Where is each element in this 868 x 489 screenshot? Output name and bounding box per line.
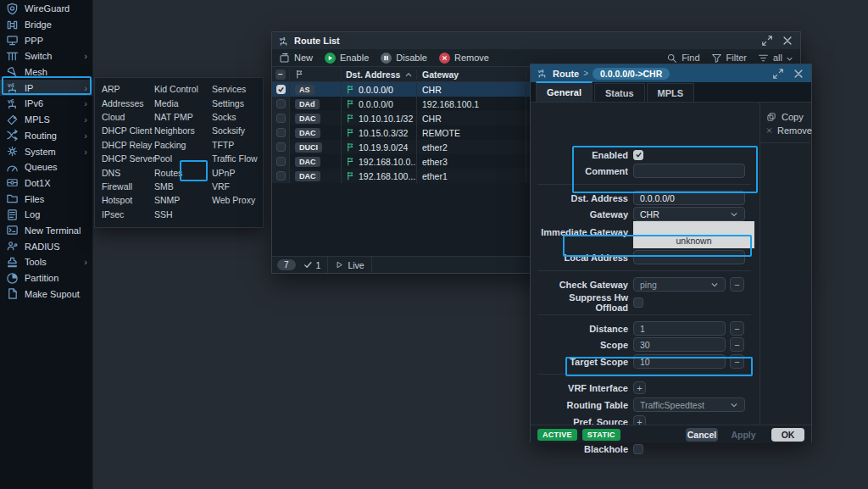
sidebar-item-wireguard[interactable]: WireGuard <box>0 1 92 17</box>
submenu-item-dns[interactable]: DNS <box>102 165 154 179</box>
sidebar-item-tools[interactable]: Tools› <box>0 254 92 270</box>
sidebar-item-radius[interactable]: RADIUS <box>0 238 92 254</box>
comment-input[interactable] <box>633 164 745 178</box>
chevron-right-icon: › <box>81 131 87 141</box>
submenu-item-dhcp-server[interactable]: DHCP Server <box>102 152 154 165</box>
remove-button[interactable]: Remove <box>760 124 812 137</box>
submenu-item-routes[interactable]: Routes <box>154 165 212 179</box>
select-all-header[interactable]: − <box>272 69 290 80</box>
remove-button[interactable]: Remove <box>439 53 489 64</box>
submenu-item-vrf[interactable]: VRF <box>212 180 263 193</box>
sidebar-item-log[interactable]: Log <box>0 207 92 223</box>
submenu-item-socks[interactable]: Socks <box>212 110 263 124</box>
tab-status[interactable]: Status <box>594 83 645 102</box>
distance-unset-button[interactable]: − <box>730 321 744 336</box>
target-scope-input[interactable]: 10 <box>633 354 726 369</box>
gateway-column-header[interactable]: Gateway <box>417 69 526 80</box>
sidebar-item-bridge[interactable]: Bridge <box>0 17 92 33</box>
sidebar-item-dot1x[interactable]: Dot1X <box>0 175 92 192</box>
copy-button[interactable]: Copy <box>760 110 812 124</box>
sidebar-item-make-supout-rif[interactable]: Make Supout.rif <box>0 286 92 302</box>
expand-icon[interactable] <box>771 68 785 80</box>
find-button[interactable]: Find <box>666 53 699 64</box>
filter-button[interactable]: Filter <box>711 53 747 64</box>
submenu-item-media[interactable]: Media <box>154 96 212 109</box>
dst-address-column-header[interactable]: Dst. Address <box>342 69 417 80</box>
row-checkbox[interactable] <box>276 142 286 152</box>
submenu-item-services[interactable]: Services <box>212 82 263 96</box>
submenu-item-traffic-flow[interactable]: Traffic Flow <box>212 152 263 165</box>
check-gateway-unset-button[interactable]: − <box>730 277 744 292</box>
sidebar-item-mesh[interactable]: Mesh <box>0 64 92 81</box>
vrf-interface-add-button[interactable]: + <box>633 381 646 394</box>
submenu-item-dhcp-client[interactable]: DHCP Client <box>102 124 154 137</box>
gateway-select[interactable]: CHR <box>633 207 745 221</box>
blackhole-checkbox[interactable] <box>633 444 643 454</box>
local-address-input[interactable] <box>633 250 745 264</box>
submenu-item-cloud[interactable]: Cloud <box>102 110 154 124</box>
row-checkbox[interactable] <box>276 157 286 166</box>
dst-address-input[interactable]: 0.0.0.0/0 <box>633 191 745 205</box>
suppress-hw-offload-checkbox[interactable] <box>633 297 643 308</box>
sidebar-item-ppp[interactable]: PPP <box>0 32 92 48</box>
filter-all-dropdown[interactable]: all <box>758 53 793 64</box>
routing-table-select[interactable]: TrafficSpeedtest <box>633 397 745 412</box>
expand-icon[interactable] <box>760 35 774 47</box>
submenu-item-arp[interactable]: ARP <box>102 82 154 96</box>
submenu-item-neighbors[interactable]: Neighbors <box>154 124 212 137</box>
scope-unset-button[interactable]: − <box>730 337 744 352</box>
distance-input[interactable]: 1 <box>633 321 726 336</box>
submenu-item-addresses[interactable]: Addresses <box>102 96 154 109</box>
tab-mpls[interactable]: MPLS <box>647 83 695 102</box>
ok-button[interactable]: OK <box>771 428 804 442</box>
row-checkbox[interactable] <box>276 171 286 181</box>
submenu-item-smb[interactable]: SMB <box>154 180 212 193</box>
submenu-item-settings[interactable]: Settings <box>212 96 263 109</box>
disable-button[interactable]: Disable <box>381 53 427 64</box>
live-toggle[interactable]: Live <box>335 260 364 270</box>
sidebar-item-ip[interactable]: v4IP› <box>0 80 92 96</box>
submenu-item-web-proxy[interactable]: Web Proxy <box>212 193 263 207</box>
sidebar-item-system[interactable]: System› <box>0 143 92 159</box>
enabled-label: Enabled <box>537 150 628 160</box>
submenu-item-pool[interactable]: Pool <box>154 152 212 165</box>
submenu-item-ssh[interactable]: SSH <box>154 208 212 221</box>
scope-input[interactable]: 30 <box>633 337 726 352</box>
new-button[interactable]: New <box>279 53 313 64</box>
submenu-item-ipsec[interactable]: IPsec <box>102 208 154 221</box>
submenu-item-packing[interactable]: Packing <box>154 138 212 152</box>
row-checkbox[interactable] <box>276 85 286 94</box>
row-checkbox[interactable] <box>276 99 286 108</box>
sidebar-item-switch[interactable]: Switch› <box>0 48 92 64</box>
close-icon[interactable] <box>781 35 794 47</box>
flags-column-header[interactable] <box>290 69 342 79</box>
row-checkbox[interactable] <box>276 128 286 137</box>
row-checkbox[interactable] <box>276 114 286 123</box>
sidebar-item-files[interactable]: Files <box>0 191 92 207</box>
close-icon[interactable] <box>792 68 805 80</box>
submenu-item-upnp[interactable]: UPnP <box>212 165 263 179</box>
enabled-checkbox[interactable] <box>633 150 643 160</box>
submenu-item-nat-pmp[interactable]: NAT PMP <box>154 110 212 124</box>
route-flag-icon <box>346 157 355 166</box>
sidebar-item-ipv6[interactable]: v6IPv6› <box>0 96 92 112</box>
check-gateway-select[interactable]: ping <box>633 277 726 292</box>
sidebar-item-mpls[interactable]: MPLS› <box>0 112 92 128</box>
tab-general[interactable]: General <box>536 81 593 102</box>
submenu-item-hotspot[interactable]: Hotspot <box>102 193 154 207</box>
enable-button[interactable]: Enable <box>325 53 369 64</box>
submenu-item-dhcp-relay[interactable]: DHCP Relay <box>102 138 154 152</box>
submenu-item-snmp[interactable]: SNMP <box>154 193 212 207</box>
target-scope-unset-button[interactable]: − <box>730 354 744 369</box>
submenu-item-firewall[interactable]: Firewall <box>102 180 154 193</box>
apply-button[interactable]: Apply <box>727 428 760 442</box>
sidebar-item-routing[interactable]: Routing› <box>0 128 92 144</box>
sidebar-item-queues[interactable]: Queues <box>0 159 92 175</box>
submenu-item-socksify[interactable]: Socksify <box>212 124 263 137</box>
submenu-item-kid-control[interactable]: Kid Control <box>154 82 212 96</box>
ppp-icon <box>6 34 19 47</box>
cancel-button[interactable]: Cancel <box>686 428 718 442</box>
submenu-item-tftp[interactable]: TFTP <box>212 138 263 152</box>
sidebar-item-partition[interactable]: Partition <box>0 270 92 286</box>
sidebar-item-new-terminal[interactable]: New Terminal <box>0 223 92 239</box>
